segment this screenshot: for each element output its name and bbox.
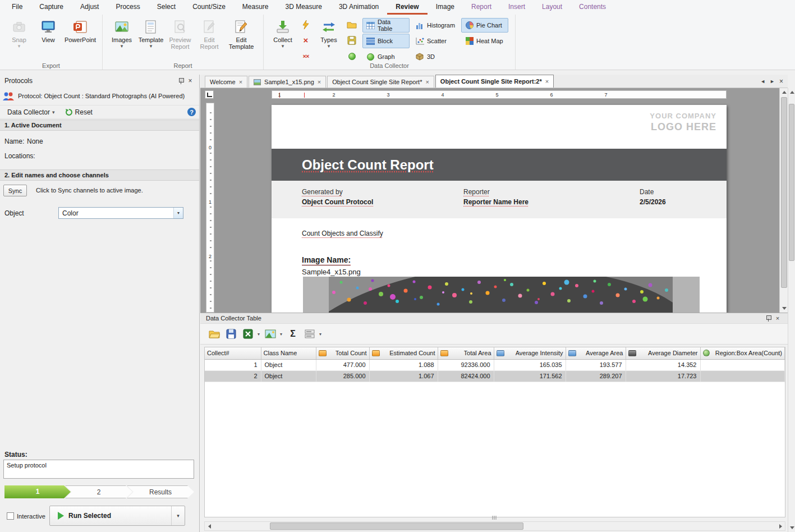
data-table-button[interactable]: Data Table: [362, 18, 410, 33]
col-total-count[interactable]: Total Count: [316, 347, 369, 359]
col-average-area[interactable]: Average Area: [566, 347, 626, 359]
run-selected-button[interactable]: Run Selected ▾: [49, 506, 185, 526]
tab-prev-icon[interactable]: ◄: [760, 79, 765, 84]
menu-select[interactable]: Select: [149, 0, 184, 15]
dc-horizontal-scrollbar[interactable]: [204, 521, 785, 531]
menu-review[interactable]: Review: [387, 0, 427, 15]
menu-capture[interactable]: Capture: [31, 0, 72, 15]
data-collector-dropdown[interactable]: Data Collector ▾: [3, 107, 59, 118]
delete-all-icon[interactable]: ××: [299, 49, 313, 63]
ruler-corner-icon[interactable]: [205, 90, 214, 99]
document-vertical-scrollbar[interactable]: [779, 88, 788, 313]
col-collect[interactable]: Collect#: [205, 347, 261, 359]
scroll-up-icon[interactable]: [780, 88, 788, 97]
close-document-icon[interactable]: ×: [779, 77, 783, 85]
pie-chart-button[interactable]: Pie Chart: [461, 18, 508, 33]
menu-count-size[interactable]: Count/Size: [184, 0, 234, 15]
chevron-down-icon[interactable]: ▾: [173, 208, 183, 218]
chevron-down-icon[interactable]: ▾: [318, 332, 323, 337]
tab-sample1[interactable]: Sample1_x15.png ×: [249, 76, 326, 88]
menu-process[interactable]: Process: [107, 0, 148, 15]
close-tab-icon[interactable]: ×: [545, 78, 549, 85]
types-button[interactable]: Types ▾: [314, 17, 343, 51]
object-channel-select[interactable]: Color ▾: [58, 207, 183, 219]
chevron-down-icon[interactable]: ▾: [256, 332, 261, 337]
images-button[interactable]: Images ▾: [107, 17, 136, 51]
close-tab-icon[interactable]: ×: [318, 79, 321, 85]
panel-splitter-grip[interactable]: [492, 516, 496, 520]
scroll-up-icon[interactable]: [788, 88, 795, 97]
window-vertical-scrollbar[interactable]: [788, 88, 795, 532]
table-row[interactable]: 1 Object 477.000 1.088 92336.000 165.035…: [205, 359, 785, 370]
tab-next-icon[interactable]: ►: [770, 79, 775, 84]
menu-measure[interactable]: Measure: [234, 0, 277, 15]
save-icon[interactable]: [345, 34, 359, 47]
col-average-diameter[interactable]: Average Diameter: [626, 347, 700, 359]
status-textbox[interactable]: Setup protocol: [3, 460, 194, 479]
chevron-down-icon[interactable]: ▾: [279, 332, 283, 337]
tab-report-1[interactable]: Object Count Single Site Report* ×: [327, 76, 434, 88]
save-icon[interactable]: [224, 327, 238, 341]
powerpoint-button[interactable]: PowerPoint: [63, 17, 98, 45]
menu-3d-measure[interactable]: 3D Measure: [277, 0, 330, 15]
scrollbar-thumb[interactable]: [270, 522, 523, 530]
scroll-down-icon[interactable]: [780, 304, 788, 313]
menu-3d-animation[interactable]: 3D Animation: [330, 0, 387, 15]
scroll-down-icon[interactable]: [788, 524, 795, 532]
interactive-checkbox[interactable]: [7, 512, 14, 520]
scatter-button[interactable]: Scatter: [412, 34, 459, 48]
histogram-button[interactable]: Histogram: [412, 18, 459, 33]
statistics-sigma-icon[interactable]: Σ: [286, 327, 300, 341]
block-button[interactable]: Block: [362, 34, 410, 48]
scroll-left-icon[interactable]: [205, 522, 214, 530]
menu-file[interactable]: File: [3, 0, 31, 15]
measurements-list-icon[interactable]: [302, 327, 317, 341]
step-results[interactable]: Results: [127, 485, 194, 498]
tab-report-2[interactable]: Object Count Single Site Report:2* ×: [435, 75, 554, 88]
pin-icon[interactable]: [764, 314, 773, 323]
close-tab-icon[interactable]: ×: [239, 79, 242, 85]
open-folder-icon[interactable]: [207, 327, 222, 341]
sync-button[interactable]: Sync: [3, 185, 27, 196]
close-icon[interactable]: ×: [773, 314, 782, 323]
open-folder-icon[interactable]: [345, 18, 359, 31]
run-selected-dropdown[interactable]: ▾: [171, 506, 185, 525]
col-region-box-area[interactable]: Region:Box Area(Count): [700, 347, 785, 359]
collect-button[interactable]: Collect ▾: [268, 17, 297, 51]
dc-table-title-bar: Data Collector Table ×: [200, 313, 788, 324]
col-total-area[interactable]: Total Area: [438, 347, 494, 359]
tab-welcome[interactable]: Welcome ×: [205, 76, 247, 88]
step-2[interactable]: 2: [65, 485, 132, 498]
scroll-right-icon[interactable]: [776, 522, 785, 530]
export-excel-icon[interactable]: [241, 327, 255, 341]
help-icon[interactable]: ?: [187, 108, 196, 116]
reset-button[interactable]: Reset: [61, 107, 96, 118]
col-class-name[interactable]: Class Name: [261, 347, 316, 359]
close-tab-icon[interactable]: ×: [425, 79, 429, 85]
menu-layout[interactable]: Layout: [534, 0, 571, 15]
export-image-icon[interactable]: [263, 327, 278, 341]
scrollbar-thumb[interactable]: [781, 97, 787, 288]
pin-icon[interactable]: [177, 76, 186, 85]
menu-contents[interactable]: Contents: [571, 0, 614, 15]
col-average-intensity[interactable]: Average Intensity: [494, 347, 566, 359]
col-estimated-count[interactable]: Estimated Count: [369, 347, 438, 359]
close-icon[interactable]: ×: [186, 76, 195, 85]
step-1[interactable]: 1: [4, 485, 71, 498]
menu-insert[interactable]: Insert: [500, 0, 534, 15]
template-button[interactable]: Template ▾: [136, 17, 166, 51]
view-button[interactable]: View: [34, 17, 63, 45]
reporter-label: Reporter: [463, 188, 529, 196]
heat-map-button[interactable]: Heat Map: [461, 34, 508, 48]
chevron-down-icon: ▾: [150, 44, 153, 48]
delete-icon[interactable]: ×: [299, 34, 313, 47]
section-heading: Count Objects and Classify: [302, 230, 383, 237]
edit-template-button[interactable]: Edit Template: [224, 17, 259, 52]
menu-report[interactable]: Report: [463, 0, 500, 15]
table-row[interactable]: 2 Object 285.000 1.067 82424.000 171.562…: [205, 370, 785, 382]
record-icon[interactable]: [345, 49, 359, 63]
scrollbar-thumb[interactable]: [789, 104, 794, 261]
menu-adjust[interactable]: Adjust: [72, 0, 107, 15]
lightning-icon[interactable]: [299, 18, 313, 31]
menu-image[interactable]: Image: [428, 0, 463, 15]
